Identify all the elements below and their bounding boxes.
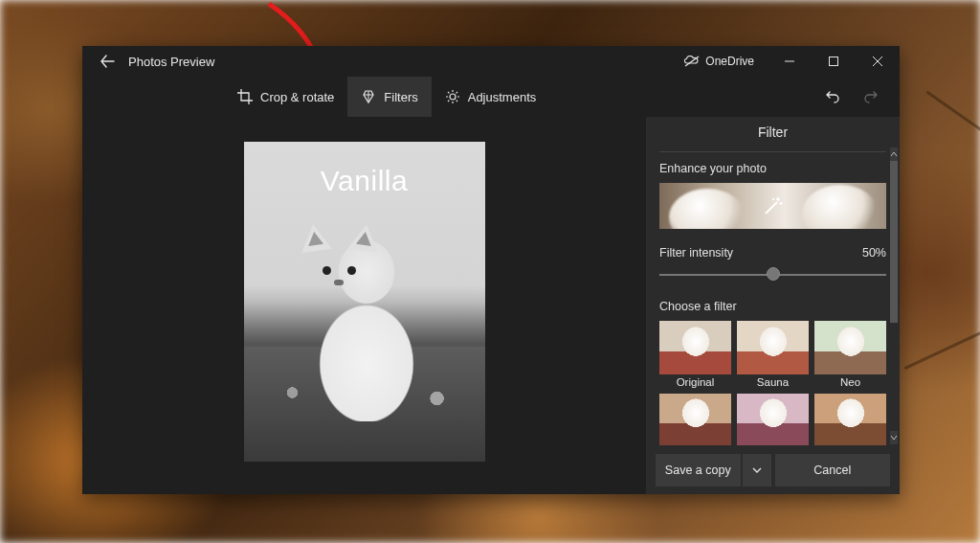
tab-filters[interactable]: Filters — [347, 77, 431, 117]
filter-label: Neo — [814, 376, 886, 388]
enhance-button[interactable] — [659, 183, 886, 229]
svg-point-1 — [450, 94, 456, 100]
panel-scrollbar[interactable] — [890, 147, 898, 444]
panel-scroll[interactable]: Enhance your photo Filter intensity 50% — [646, 147, 900, 446]
tab-filters-label: Filters — [384, 90, 417, 104]
filter-option[interactable]: Neo — [814, 321, 886, 388]
filter-option[interactable]: Sauna — [737, 321, 809, 388]
filter-panel: Filter Enhance your photo Filter intensi… — [646, 117, 900, 494]
window-controls — [768, 46, 900, 77]
applied-filter-name: Vanilla — [244, 165, 485, 197]
tab-adjustments[interactable]: Adjustments — [432, 77, 550, 117]
filter-grid: OriginalSaunaNeo — [659, 321, 886, 445]
filter-option[interactable] — [737, 394, 809, 445]
adjustments-icon — [445, 89, 460, 104]
filter-thumbnail — [659, 321, 731, 374]
chevron-down-icon — [752, 465, 762, 475]
app-title: Photos Preview — [124, 55, 214, 69]
minimize-button[interactable] — [768, 46, 812, 77]
filter-label: Original — [659, 376, 731, 388]
slider-thumb[interactable] — [767, 267, 780, 281]
edit-toolbar: Crop & rotate Filters Adjustments — [82, 77, 900, 117]
magic-wand-icon — [761, 193, 786, 218]
maximize-icon — [829, 57, 838, 66]
intensity-value: 50% — [862, 246, 886, 260]
filter-thumbnail — [814, 321, 886, 374]
filter-thumbnail — [659, 394, 731, 445]
svg-rect-0 — [830, 57, 838, 66]
intensity-slider[interactable] — [659, 263, 886, 286]
filter-option[interactable]: Original — [659, 321, 731, 388]
panel-title: Filter — [646, 117, 900, 147]
close-button[interactable] — [856, 46, 900, 77]
scrollbar-down-icon[interactable] — [890, 431, 898, 444]
cancel-button-label: Cancel — [813, 464, 851, 477]
filters-icon — [361, 89, 376, 104]
save-button[interactable]: Save a copy — [656, 454, 741, 486]
tab-adjustments-label: Adjustments — [468, 90, 537, 104]
filter-thumbnail — [737, 321, 809, 374]
save-dropdown-button[interactable] — [743, 454, 771, 486]
photo-preview: Vanilla — [244, 142, 485, 462]
filter-option[interactable] — [659, 394, 731, 445]
filter-thumbnail — [737, 394, 809, 445]
intensity-label: Filter intensity — [659, 246, 733, 260]
tab-crop-rotate[interactable]: Crop & rotate — [224, 77, 347, 117]
photos-preview-window: Photos Preview OneDrive Cr — [82, 46, 900, 494]
redo-button[interactable] — [852, 77, 890, 117]
crop-icon — [237, 89, 253, 104]
photo-canvas[interactable]: Vanilla — [82, 117, 646, 494]
onedrive-status[interactable]: OneDrive — [677, 55, 762, 68]
onedrive-label: OneDrive — [705, 55, 754, 68]
minimize-icon — [785, 57, 794, 66]
undo-icon — [825, 89, 840, 104]
back-button[interactable] — [90, 46, 124, 77]
panel-actions: Save a copy Cancel — [646, 446, 900, 494]
filter-label: Sauna — [737, 376, 809, 388]
scrollbar-up-icon[interactable] — [890, 147, 898, 161]
filter-option[interactable] — [814, 394, 886, 445]
maximize-button[interactable] — [812, 46, 856, 77]
filter-thumbnail — [814, 394, 886, 445]
save-button-label: Save a copy — [665, 464, 731, 477]
tab-crop-rotate-label: Crop & rotate — [260, 90, 334, 104]
cloud-slash-icon — [684, 56, 700, 67]
close-icon — [873, 57, 882, 66]
choose-filter-label: Choose a filter — [659, 300, 886, 313]
enhance-label: Enhance your photo — [659, 162, 886, 175]
redo-icon — [863, 89, 879, 104]
divider — [659, 151, 886, 152]
titlebar[interactable]: Photos Preview OneDrive — [82, 46, 900, 77]
cancel-button[interactable]: Cancel — [775, 454, 891, 486]
scrollbar-thumb[interactable] — [890, 161, 898, 323]
save-split-button: Save a copy — [656, 454, 771, 486]
back-arrow-icon — [100, 54, 115, 69]
undo-button[interactable] — [813, 77, 852, 117]
